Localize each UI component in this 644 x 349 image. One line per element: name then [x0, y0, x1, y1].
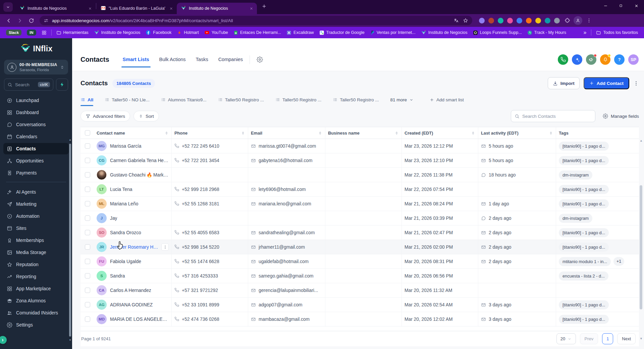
- sidebar-item-comunidad-insiders[interactable]: Comunidad INsiders: [3, 307, 69, 318]
- bookmark-item[interactable]: Instituto de Negocios: [91, 29, 143, 36]
- extension-icon[interactable]: [535, 18, 541, 23]
- sidebar-item-payments[interactable]: Payments: [3, 167, 69, 179]
- add-contact-button[interactable]: Add Contact: [584, 77, 629, 89]
- smart-list-tab[interactable]: Alumnos Titanio9...: [161, 93, 207, 106]
- tab-tasks[interactable]: Tasks: [196, 57, 208, 63]
- account-switcher[interactable]: 00-IN-MEMBRESIA Sarasota, Florida: [4, 60, 68, 74]
- phone-button[interactable]: [558, 54, 568, 65]
- browser-tab[interactable]: "Luis Eduardo Barón - LaGuia" -: [97, 3, 177, 14]
- extension-icon[interactable]: [488, 18, 494, 23]
- column-header[interactable]: Contact name: [97, 131, 164, 136]
- contact-name[interactable]: Jay: [110, 216, 117, 221]
- back-button[interactable]: [3, 15, 13, 26]
- column-header[interactable]: Created (EDT): [405, 131, 471, 136]
- smart-list-tab[interactable]: Taller50 Registro ...: [333, 93, 379, 106]
- sidebar-item-settings[interactable]: Settings: [3, 319, 69, 331]
- sidebar-item-dashboard[interactable]: Dashboard: [3, 107, 69, 118]
- sidebar-item-calendars[interactable]: Calendars: [3, 131, 69, 142]
- tag-pill[interactable]: [titanio90] - 1 pago d...: [559, 228, 609, 237]
- bookmark-item[interactable]: Traductor de Google: [317, 29, 367, 36]
- contact-name[interactable]: Gustavo Choachi🔥Marke...: [110, 172, 169, 178]
- extension-icon[interactable]: [498, 18, 503, 23]
- row-menu-button[interactable]: [161, 243, 169, 251]
- table-scrollbar[interactable]: ▲ ▼: [639, 139, 643, 340]
- bookmark-apps-grid[interactable]: [39, 29, 49, 36]
- sidebar-item-zona-alumnos[interactable]: Zona Alumnos: [3, 295, 69, 306]
- tag-pill[interactable]: [titanio90] - 1 pago d...: [559, 156, 609, 165]
- sidebar-item-opportunities[interactable]: Opportunities: [3, 155, 69, 166]
- row-checkbox[interactable]: [85, 215, 90, 221]
- column-header[interactable]: Tags: [559, 131, 636, 136]
- sidebar-item-marketing[interactable]: Marketing: [3, 198, 69, 210]
- browser-menu-icon[interactable]: [586, 18, 592, 23]
- current-page-button[interactable]: 1: [602, 333, 613, 344]
- sort-button[interactable]: Sort: [133, 111, 159, 121]
- megaphone-button[interactable]: [586, 54, 596, 65]
- bookmark-item[interactable]: Hotmart: [174, 29, 201, 36]
- bookmark-star-icon[interactable]: [463, 18, 468, 23]
- sidebar-item-ai-agents[interactable]: AI Agents: [3, 186, 69, 198]
- manage-fields-button[interactable]: Manage fields: [603, 113, 639, 119]
- sidebar-item-memberships[interactable]: Memberships: [3, 235, 69, 246]
- close-tab-icon[interactable]: [168, 5, 174, 11]
- all-favorites-folder[interactable]: Todos los favoritos: [593, 29, 641, 36]
- extension-icon[interactable]: [526, 18, 532, 23]
- smart-list-tab[interactable]: All: [80, 93, 93, 106]
- sidebar-item-media-storage[interactable]: Media Storage: [3, 247, 69, 258]
- bookmark-item[interactable]: Facebook: [143, 29, 174, 36]
- prev-page-button[interactable]: Prev: [580, 333, 598, 344]
- reload-button[interactable]: [26, 15, 36, 26]
- extension-icon[interactable]: [545, 18, 550, 23]
- bell-button[interactable]: [600, 54, 610, 65]
- close-window-button[interactable]: [629, 0, 644, 11]
- column-header[interactable]: Phone: [174, 131, 241, 136]
- advanced-filters-button[interactable]: Advanced filters: [80, 111, 130, 121]
- tab-companies[interactable]: Companies: [218, 57, 243, 63]
- help-button[interactable]: ?: [614, 54, 625, 65]
- new-tab-button[interactable]: [260, 2, 268, 10]
- browser-profile-avatar[interactable]: [574, 16, 582, 25]
- row-checkbox[interactable]: [85, 172, 90, 178]
- contact-name[interactable]: Fabiola Ugalde: [110, 259, 141, 264]
- tag-pill[interactable]: [titanio90] - 1 pago d...: [559, 142, 609, 151]
- row-checkbox[interactable]: [85, 259, 90, 264]
- contacts-settings-gear-icon[interactable]: [257, 56, 263, 63]
- sidebar-item-contacts[interactable]: Contacts: [3, 143, 69, 154]
- extension-icon[interactable]: [479, 18, 485, 23]
- maximize-button[interactable]: [613, 0, 629, 11]
- sidebar-item-reporting[interactable]: Reporting: [3, 271, 69, 282]
- column-header[interactable]: Business name: [328, 131, 394, 136]
- bookmarks-overflow-button[interactable]: »: [581, 30, 589, 36]
- page-size-select[interactable]: 20: [556, 333, 576, 344]
- bookmark-item[interactable]: Instituto de Negocios: [418, 29, 470, 36]
- avatar-button[interactable]: SP: [628, 54, 639, 65]
- contact-name[interactable]: ADRIANA GODINEZ: [110, 302, 153, 307]
- row-checkbox[interactable]: [85, 187, 90, 192]
- bookmark-item[interactable]: Ventas por Internet...: [367, 29, 418, 36]
- extension-icon[interactable]: [517, 18, 522, 23]
- tab-search-button[interactable]: [3, 2, 13, 12]
- tab-smart-lists[interactable]: Smart Lists: [123, 57, 149, 63]
- add-smart-list-button[interactable]: Add smart list: [430, 97, 464, 102]
- contact-name[interactable]: MARIA DE LOS ANGELES A...: [110, 317, 169, 322]
- bookmark-item[interactable]: Herramientas: [54, 29, 91, 36]
- tag-pill[interactable]: [titanio90] - 1 pago d...: [559, 315, 609, 324]
- row-checkbox[interactable]: [85, 273, 90, 279]
- bookmark-item[interactable]: Excalidraw: [284, 29, 316, 36]
- bookmark-item[interactable]: YouTube: [202, 29, 231, 36]
- more-smart-lists-button[interactable]: 81 more: [390, 97, 414, 102]
- extensions-puzzle-icon[interactable]: [565, 18, 570, 23]
- row-checkbox[interactable]: [85, 288, 90, 293]
- more-actions-icon[interactable]: [633, 81, 639, 86]
- bookmark-item[interactable]: Enlaces De Herrami...: [231, 29, 284, 36]
- contact-name[interactable]: Lucia Tena: [110, 187, 132, 192]
- tag-pill[interactable]: [titanio90] - 1 pago d...: [559, 243, 609, 252]
- smart-list-tab[interactable]: Taller50 - NO Lle...: [105, 93, 150, 106]
- contact-name[interactable]: Mariana Leño: [110, 201, 138, 206]
- tab-bulk-actions[interactable]: Bulk Actions: [159, 57, 186, 63]
- sidebar-item-reputation[interactable]: Reputation: [3, 259, 69, 270]
- extension-icon[interactable]: [507, 18, 513, 23]
- bookmark-item[interactable]: Loops Funnels Supp...: [470, 29, 525, 36]
- search-contacts-input[interactable]: Search Contacts: [511, 110, 595, 122]
- contact-name[interactable]: Marissa García: [110, 144, 142, 149]
